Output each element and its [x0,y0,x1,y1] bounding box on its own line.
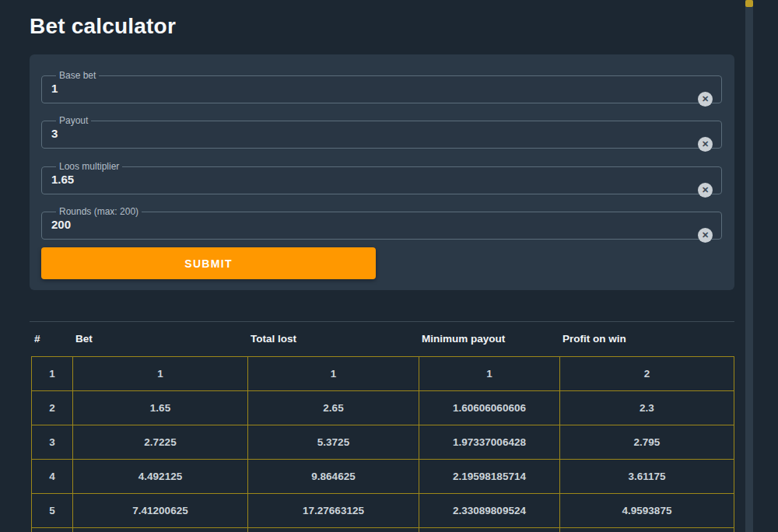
column-header-profit-on-win: Profit on win [559,333,734,345]
payout-label: Payout [56,115,91,126]
cell-round: 5 [32,494,73,528]
base-bet-field: Base bet ✕ [41,70,722,103]
cell-total-lost: 1 [248,357,419,391]
table-row: 1 1 1 1 2 [32,357,734,391]
column-header-minimum-payout: Minimum payout [419,333,559,345]
cell-profit-on-win: 4.9593875 [560,494,734,528]
table-row: 4 4.492125 9.864625 2.19598185714 3.6117… [32,460,734,494]
results-table: 1 1 1 1 2 2 1.65 2.65 1.60606060606 2.3 … [31,356,734,532]
cell-bet: 1.65 [73,391,248,425]
column-header-bet: Bet [72,333,247,345]
cell-minimum-payout: 2.19598185714 [419,460,560,494]
cell-round [32,528,73,532]
cell-bet: 2.7225 [73,425,248,460]
payout-field: Payout ✕ [41,115,722,149]
cell-minimum-payout: 1 [419,357,560,391]
rounds-input[interactable] [51,218,674,231]
cell-bet: 1 [73,357,248,391]
cell-minimum-payout: 1.97337006428 [419,425,560,460]
cell-bet: 7.41200625 [73,494,248,528]
loss-multiplier-clear-icon[interactable]: ✕ [698,183,713,198]
cell-profit-on-win: 2 [560,357,734,391]
scrollbar-track[interactable] [745,0,753,532]
cell-round: 3 [32,425,73,460]
cell-profit-on-win: 2.795 [560,425,734,460]
cell-profit-on-win [560,528,734,532]
rounds-field: Rounds (max: 200) ✕ [41,206,722,240]
bet-calculator-form-card: Base bet ✕ Payout ✕ Loos multiplier ✕ Ro… [30,54,734,290]
table-row [32,528,734,532]
payout-input[interactable] [51,127,674,140]
cell-total-lost: 17.27663125 [248,494,419,528]
column-header-total-lost: Total lost [247,333,419,345]
loss-multiplier-field: Loos multiplier ✕ [41,161,722,194]
base-bet-label: Base bet [56,70,99,81]
cell-minimum-payout: 2.33089809524 [419,494,560,528]
page-title: Bet calculator [30,14,176,39]
bet-calculator-page: Bet calculator Base bet ✕ Payout ✕ Loos … [0,0,778,532]
section-divider [30,321,734,322]
table-row: 2 1.65 2.65 1.60606060606 2.3 [32,391,734,425]
payout-clear-icon[interactable]: ✕ [698,137,713,152]
column-header-number: # [31,333,72,345]
cell-minimum-payout [419,528,560,532]
base-bet-input[interactable] [51,82,674,95]
cell-total-lost: 9.864625 [248,460,419,494]
rounds-clear-icon[interactable]: ✕ [698,228,713,243]
cell-profit-on-win: 2.3 [560,391,734,425]
base-bet-clear-icon[interactable]: ✕ [698,92,713,107]
loss-multiplier-label: Loos multiplier [56,161,122,172]
rounds-label: Rounds (max: 200) [56,206,142,217]
cell-minimum-payout: 1.60606060606 [419,391,560,425]
results-table-header: # Bet Total lost Minimum payout Profit o… [31,326,734,351]
cell-profit-on-win: 3.61175 [560,460,734,494]
table-row: 5 7.41200625 17.27663125 2.33089809524 4… [32,494,734,528]
table-row: 3 2.7225 5.3725 1.97337006428 2.795 [32,425,734,460]
cell-round: 1 [32,357,73,391]
submit-button[interactable]: SUBMIT [41,247,376,279]
cell-total-lost: 5.3725 [248,425,419,460]
cell-round: 4 [32,460,73,494]
cell-round: 2 [32,391,73,425]
cell-total-lost [248,528,419,532]
loss-multiplier-input[interactable] [51,173,674,186]
cell-total-lost: 2.65 [248,391,419,425]
cell-bet: 4.492125 [73,460,248,494]
cell-bet [73,528,248,532]
scrollbar-thumb[interactable] [745,0,753,7]
